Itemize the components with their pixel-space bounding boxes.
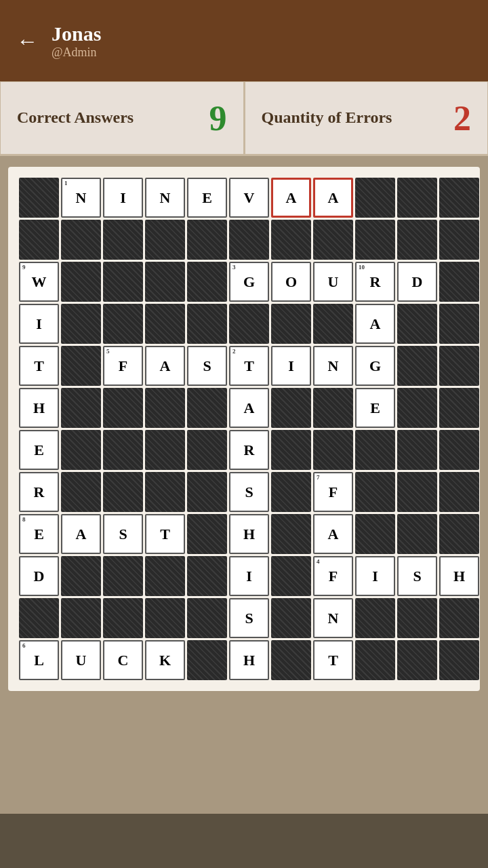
cell-3-5 xyxy=(229,304,269,344)
cell-4-8[interactable]: G xyxy=(355,346,395,386)
cell-7-3 xyxy=(145,472,185,512)
cell-letter-11-0: L xyxy=(34,652,44,669)
cell-4-0[interactable]: T xyxy=(19,346,59,386)
cell-5-9 xyxy=(397,388,437,428)
cell-8-4 xyxy=(187,514,227,554)
cell-10-0 xyxy=(19,598,59,638)
cell-letter-8-0: E xyxy=(34,526,44,543)
cell-5-1 xyxy=(61,388,101,428)
cell-1-6 xyxy=(271,220,311,260)
cell-2-6[interactable]: O xyxy=(271,262,311,302)
cell-4-10 xyxy=(439,346,479,386)
cell-4-6[interactable]: I xyxy=(271,346,311,386)
cell-letter-0-7: A xyxy=(328,189,339,207)
cell-11-3[interactable]: K xyxy=(145,640,185,680)
cell-9-5[interactable]: I xyxy=(229,556,269,596)
cell-4-7[interactable]: N xyxy=(313,346,353,386)
cell-0-5[interactable]: V xyxy=(229,178,269,218)
cell-0-4[interactable]: E xyxy=(187,178,227,218)
cell-5-5[interactable]: A xyxy=(229,388,269,428)
cell-11-1[interactable]: U xyxy=(61,640,101,680)
cell-4-9 xyxy=(397,346,437,386)
cell-10-1 xyxy=(61,598,101,638)
cell-0-1[interactable]: 1N xyxy=(61,178,101,218)
cell-7-5[interactable]: S xyxy=(229,472,269,512)
cell-letter-0-5: V xyxy=(244,189,255,207)
cell-8-0[interactable]: 8E xyxy=(19,514,59,554)
cell-3-7 xyxy=(313,304,353,344)
cell-letter-9-10: H xyxy=(453,568,465,585)
cell-8-3[interactable]: T xyxy=(145,514,185,554)
cell-letter-5-0: H xyxy=(33,399,45,417)
cell-11-7[interactable]: T xyxy=(313,640,353,680)
cell-11-5[interactable]: H xyxy=(229,640,269,680)
cell-5-0[interactable]: H xyxy=(19,388,59,428)
cell-6-4 xyxy=(187,430,227,470)
cell-7-7[interactable]: 7F xyxy=(313,472,353,512)
cell-9-7[interactable]: 4F xyxy=(313,556,353,596)
cell-letter-11-7: T xyxy=(328,652,338,669)
cell-8-1[interactable]: A xyxy=(61,514,101,554)
cell-9-8[interactable]: I xyxy=(355,556,395,596)
correct-answers-cell: Correct Answers 9 xyxy=(0,81,245,155)
cell-4-1 xyxy=(61,346,101,386)
cell-letter-9-9: S xyxy=(413,568,421,585)
cell-letter-9-5: I xyxy=(246,568,252,585)
cell-9-9[interactable]: S xyxy=(397,556,437,596)
back-button[interactable]: ← xyxy=(16,28,38,54)
cell-8-5[interactable]: H xyxy=(229,514,269,554)
cell-letter-3-0: I xyxy=(36,315,42,333)
cell-6-5[interactable]: R xyxy=(229,430,269,470)
cell-2-5[interactable]: 3G xyxy=(229,262,269,302)
cell-11-2[interactable]: C xyxy=(103,640,143,680)
cell-5-6 xyxy=(271,388,311,428)
cell-5-8[interactable]: E xyxy=(355,388,395,428)
cell-letter-8-2: S xyxy=(119,526,127,543)
cell-3-0[interactable]: I xyxy=(19,304,59,344)
cell-letter-4-6: I xyxy=(288,357,294,375)
cell-6-0[interactable]: E xyxy=(19,430,59,470)
cell-number-9-7: 4 xyxy=(317,559,320,565)
cell-4-2[interactable]: 5F xyxy=(103,346,143,386)
cell-letter-11-5: H xyxy=(243,652,255,669)
cell-10-7[interactable]: N xyxy=(313,598,353,638)
cell-letter-8-3: T xyxy=(160,526,170,543)
cell-9-10[interactable]: H xyxy=(439,556,479,596)
cell-letter-10-5: S xyxy=(245,610,253,627)
cell-number-2-8: 10 xyxy=(359,264,365,271)
cell-0-2[interactable]: I xyxy=(103,178,143,218)
cell-9-6 xyxy=(271,556,311,596)
cell-2-3 xyxy=(145,262,185,302)
cell-7-0[interactable]: R xyxy=(19,472,59,512)
cell-7-9 xyxy=(397,472,437,512)
cell-3-8[interactable]: A xyxy=(355,304,395,344)
cell-letter-8-7: A xyxy=(328,526,339,543)
cell-8-2[interactable]: S xyxy=(103,514,143,554)
cell-2-8[interactable]: 10R xyxy=(355,262,395,302)
cell-4-3[interactable]: A xyxy=(145,346,185,386)
cell-letter-7-5: S xyxy=(245,484,253,501)
cell-6-7 xyxy=(313,430,353,470)
cell-0-3[interactable]: N xyxy=(145,178,185,218)
cell-0-9 xyxy=(397,178,437,218)
cell-4-4[interactable]: S xyxy=(187,346,227,386)
cell-0-6[interactable]: A xyxy=(271,178,311,218)
cell-8-10 xyxy=(439,514,479,554)
header: ← Jonas @Admin xyxy=(0,0,488,81)
cell-number-2-5: 3 xyxy=(232,264,236,271)
cell-10-9 xyxy=(397,598,437,638)
cell-8-7[interactable]: A xyxy=(313,514,353,554)
cell-9-0[interactable]: D xyxy=(19,556,59,596)
cell-letter-4-4: S xyxy=(203,357,211,375)
cell-9-3 xyxy=(145,556,185,596)
cell-11-0[interactable]: 6L xyxy=(19,640,59,680)
cell-2-9[interactable]: D xyxy=(397,262,437,302)
cell-0-7[interactable]: A xyxy=(313,178,353,218)
cell-2-0[interactable]: 9W xyxy=(19,262,59,302)
cell-4-5[interactable]: 2T xyxy=(229,346,269,386)
user-name: Jonas xyxy=(52,22,101,45)
cell-7-4 xyxy=(187,472,227,512)
cell-letter-10-7: N xyxy=(328,610,339,627)
cell-10-5[interactable]: S xyxy=(229,598,269,638)
cell-2-7[interactable]: U xyxy=(313,262,353,302)
